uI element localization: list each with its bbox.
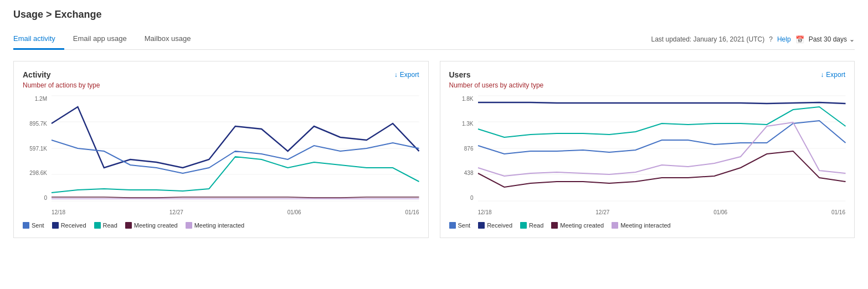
users-legend-meeting-interacted-box [612,222,618,229]
help-link[interactable]: Help [777,35,791,43]
users-y-axis: 1.8K 1.3K 876 438 0 [449,96,476,201]
breadcrumb: Usage > Exchange [13,9,855,20]
tabs-bar: Email activity Email app usage Mailbox u… [13,29,855,50]
users-legend-meeting-created-box [551,222,558,229]
users-x-axis: 12/18 12/27 01/06 01/16 [478,207,846,218]
activity-x-axis: 12/18 12/27 01/06 01/16 [52,207,419,218]
users-legend-meeting-created-label: Meeting created [560,222,604,229]
legend-meeting-created-box [125,222,132,229]
users-subtitle: Number of users by activity type [449,81,846,89]
legend-read-box [94,222,101,229]
calendar-icon: 📅 [795,35,804,44]
users-legend-sent-label: Sent [458,222,471,229]
charts-area: Activity ↓ Export Number of actions by t… [13,61,855,238]
users-legend-item-sent: Sent [449,222,471,229]
activity-chart: 1.2M 895.7K 597.1K 298.6K 0 [23,96,419,218]
activity-y-axis: 1.2M 895.7K 597.1K 298.6K 0 [23,96,49,201]
export-icon-2: ↓ [820,71,824,79]
users-header: Users ↓ Export [449,70,846,79]
chevron-down-icon: ⌄ [849,35,855,43]
users-panel: Users ↓ Export Number of users by activi… [440,61,855,238]
breadcrumb-separator: > [46,9,55,20]
activity-svg [52,96,419,201]
users-legend-sent-box [449,222,456,229]
legend-item-meeting-created: Meeting created [125,222,178,229]
breadcrumb-prefix: Usage [13,9,43,20]
users-export-button[interactable]: ↓ Export [820,71,845,79]
users-chart: 1.8K 1.3K 876 438 0 [449,96,846,218]
activity-export-button[interactable]: ↓ Export [394,71,419,79]
tab-email-activity[interactable]: Email activity [13,30,64,50]
breadcrumb-current: Exchange [55,9,102,20]
users-legend-read-box [520,222,527,229]
legend-meeting-interacted-box [186,222,192,229]
export-label-2: Export [826,71,845,79]
users-title: Users [449,70,471,79]
legend-meeting-interacted-label: Meeting interacted [194,222,245,229]
export-icon: ↓ [394,71,398,79]
question-icon: ? [769,35,773,43]
users-legend-item-read: Read [520,222,543,229]
date-range-selector[interactable]: Past 30 days ⌄ [809,35,855,43]
legend-sent-box [23,222,29,229]
users-legend-received-box [478,222,485,229]
activity-title: Activity [23,70,51,79]
legend-received-box [52,222,59,229]
tabs-left: Email activity Email app usage Mailbox u… [13,29,651,49]
users-svg [478,96,846,201]
legend-meeting-created-label: Meeting created [134,222,178,229]
page-container: Usage > Exchange Email activity Email ap… [0,0,868,247]
legend-item-read: Read [94,222,117,229]
date-range-label: Past 30 days [809,35,847,43]
users-legend-item-meeting-created: Meeting created [551,222,604,229]
legend-item-meeting-interacted: Meeting interacted [186,222,245,229]
users-chart-area [478,96,846,201]
legend-item-received: Received [52,222,86,229]
users-legend-meeting-interacted-label: Meeting interacted [620,222,671,229]
legend-sent-label: Sent [32,222,44,229]
activity-legend: Sent Received Read Meeting created Meeti… [23,222,419,229]
users-legend: Sent Received Read Meeting created Meeti… [449,222,846,229]
activity-subtitle: Number of actions by type [23,81,419,89]
users-legend-item-meeting-interacted: Meeting interacted [612,222,671,229]
tab-email-app-usage[interactable]: Email app usage [73,30,136,50]
users-legend-read-label: Read [529,222,543,229]
tab-mailbox-usage[interactable]: Mailbox usage [145,30,200,50]
activity-panel: Activity ↓ Export Number of actions by t… [13,61,429,238]
export-label: Export [400,71,419,79]
users-legend-item-received: Received [478,222,512,229]
activity-chart-area [52,96,419,201]
activity-header: Activity ↓ Export [23,70,419,79]
legend-item-sent: Sent [23,222,44,229]
legend-received-label: Received [61,222,86,229]
tabs-right: Last updated: January 16, 2021 (UTC) ? H… [651,35,855,44]
last-updated-text: Last updated: January 16, 2021 (UTC) [651,35,764,43]
users-legend-received-label: Received [487,222,512,229]
legend-read-label: Read [103,222,117,229]
